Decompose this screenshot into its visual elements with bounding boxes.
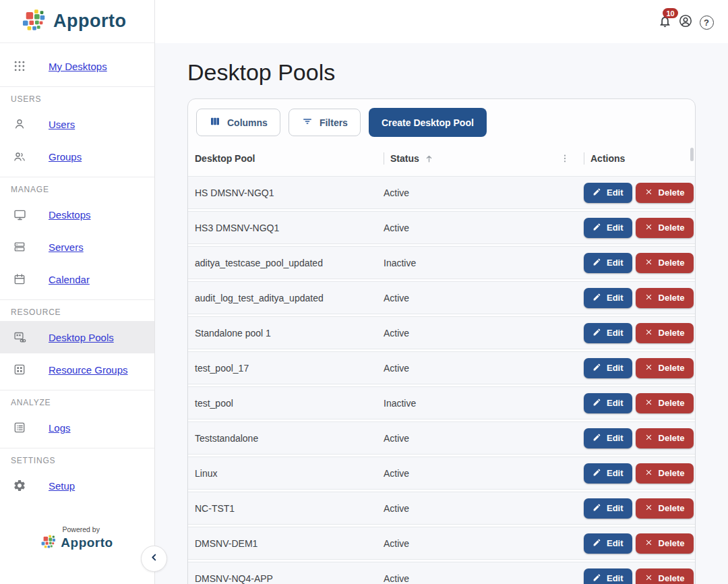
footer-brand-name: Apporto [61, 535, 113, 550]
sidebar-item-desktop-pools[interactable]: Desktop Pools [0, 321, 154, 353]
sidebar-item-label: Calendar [49, 274, 90, 285]
edit-button[interactable]: Edit [584, 393, 632, 413]
server-icon [12, 240, 27, 254]
delete-button[interactable]: Delete [636, 428, 694, 448]
sidebar-item-label: Setup [49, 480, 75, 492]
sidebar-item-resource-groups[interactable]: Resource Groups [0, 353, 154, 386]
column-header-actions: Actions [576, 152, 695, 165]
help-button[interactable]: ? [698, 14, 715, 30]
sidebar-item-my-desktops[interactable]: My Desktops [0, 50, 154, 82]
sort-ascending-icon[interactable] [424, 154, 434, 164]
delete-button[interactable]: Delete [636, 533, 694, 554]
column-separator[interactable] [584, 152, 584, 165]
gear-icon [12, 479, 27, 492]
account-icon [678, 13, 693, 31]
filters-button[interactable]: Filters [289, 109, 361, 136]
desktop-pools-icon [12, 330, 27, 345]
pool-name: Linux [188, 468, 384, 479]
x-icon [644, 573, 653, 584]
account-button[interactable] [677, 14, 694, 30]
x-icon [644, 328, 653, 339]
apporto-logo-icon [41, 534, 57, 552]
edit-button[interactable]: Edit [584, 463, 632, 484]
sidebar-item-label: Desktop Pools [49, 332, 114, 343]
notifications-button[interactable]: 10 [657, 14, 673, 30]
edit-button[interactable]: Edit [584, 568, 632, 584]
pool-name: Teststandalone [188, 433, 384, 444]
delete-button[interactable]: Delete [636, 253, 694, 273]
sidebar-item-calendar[interactable]: Calendar [0, 263, 154, 295]
pool-name: NC-TST1 [188, 503, 384, 514]
sidebar-item-label: My Desktops [49, 61, 107, 72]
x-icon [644, 363, 653, 374]
pool-status: Active [384, 573, 576, 584]
pool-name: test_pool_17 [188, 363, 384, 374]
sidebar-item-setup[interactable]: Setup [0, 469, 154, 502]
sidebar-item-servers[interactable]: Servers [0, 231, 154, 263]
table-scrollbar[interactable] [690, 148, 694, 161]
delete-button[interactable]: Delete [636, 358, 694, 378]
pencil-icon [593, 328, 601, 339]
edit-button[interactable]: Edit [584, 183, 632, 203]
pool-status: Active [384, 503, 576, 514]
columns-button[interactable]: Columns [196, 109, 280, 136]
sidebar-item-label: Resource Groups [49, 364, 128, 376]
column-separator[interactable] [384, 152, 384, 165]
sidebar-item-label: Users [49, 119, 75, 130]
delete-button[interactable]: Delete [636, 323, 694, 343]
edit-button[interactable]: Edit [584, 533, 632, 554]
edit-button[interactable]: Edit [584, 288, 632, 308]
edit-button[interactable]: Edit [584, 218, 632, 238]
delete-button[interactable]: Delete [636, 288, 694, 308]
sidebar-section-analyze: ANALYZE [0, 390, 154, 411]
table-row: HS DMSNV-NGQ1 Active Edit Delete [188, 176, 695, 209]
table-header: Desktop Pool Status Actions [188, 144, 695, 173]
page-title: Desktop Pools [187, 59, 335, 86]
table-row: Standalone pool 1 Active Edit Delete [188, 316, 695, 349]
table-row: aditya_testcase_pool_updated Inactive Ed… [188, 246, 695, 279]
delete-button[interactable]: Delete [636, 393, 694, 413]
x-icon [644, 258, 653, 268]
brand-logo[interactable]: Apporto [0, 0, 154, 43]
table-row: NC-TST1 Active Edit Delete [188, 492, 695, 525]
sidebar-item-desktops[interactable]: Desktops [0, 198, 154, 231]
pool-name: HS DMSNV-NGQ1 [188, 187, 384, 198]
apps-grid-icon [12, 59, 27, 73]
column-header-status[interactable]: Status [384, 152, 576, 165]
delete-button[interactable]: Delete [636, 463, 694, 484]
sidebar-item-logs[interactable]: Logs [0, 411, 154, 444]
edit-button[interactable]: Edit [584, 428, 632, 448]
chevron-left-icon [148, 552, 160, 566]
edit-button[interactable]: Edit [584, 358, 632, 378]
sidebar-item-label: Servers [49, 241, 84, 253]
delete-button[interactable]: Delete [636, 498, 694, 519]
sidebar-item-users[interactable]: Users [0, 108, 154, 140]
delete-button[interactable]: Delete [636, 568, 694, 584]
edit-button[interactable]: Edit [584, 253, 632, 273]
pool-status: Active [384, 223, 576, 233]
sidebar-section-resource: RESOURCE [0, 300, 154, 321]
edit-button[interactable]: Edit [584, 323, 632, 343]
column-menu-kebab-icon[interactable] [559, 153, 570, 164]
filter-icon [301, 115, 313, 129]
pencil-icon [593, 258, 601, 268]
columns-button-label: Columns [227, 117, 268, 128]
x-icon [644, 468, 653, 479]
brand-name: Apporto [53, 11, 126, 32]
pool-status: Active [384, 187, 576, 198]
pencil-icon [593, 503, 601, 514]
sidebar-collapse-button[interactable] [141, 546, 167, 572]
delete-button[interactable]: Delete [636, 218, 694, 238]
filters-button-label: Filters [320, 117, 348, 128]
table-row: Linux Active Edit Delete [188, 457, 695, 490]
pool-status: Active [384, 363, 576, 374]
sidebar-item-label: Desktops [49, 209, 91, 221]
pool-name: HS3 DMSNV-NGQ1 [188, 223, 384, 233]
delete-button[interactable]: Delete [636, 183, 694, 203]
create-desktop-pool-button[interactable]: Create Desktop Pool [369, 108, 487, 137]
resource-groups-icon [12, 363, 27, 376]
columns-icon [209, 115, 221, 129]
sidebar-item-groups[interactable]: Groups [0, 140, 154, 173]
edit-button[interactable]: Edit [584, 498, 632, 519]
column-header-desktop-pool[interactable]: Desktop Pool [188, 153, 384, 164]
